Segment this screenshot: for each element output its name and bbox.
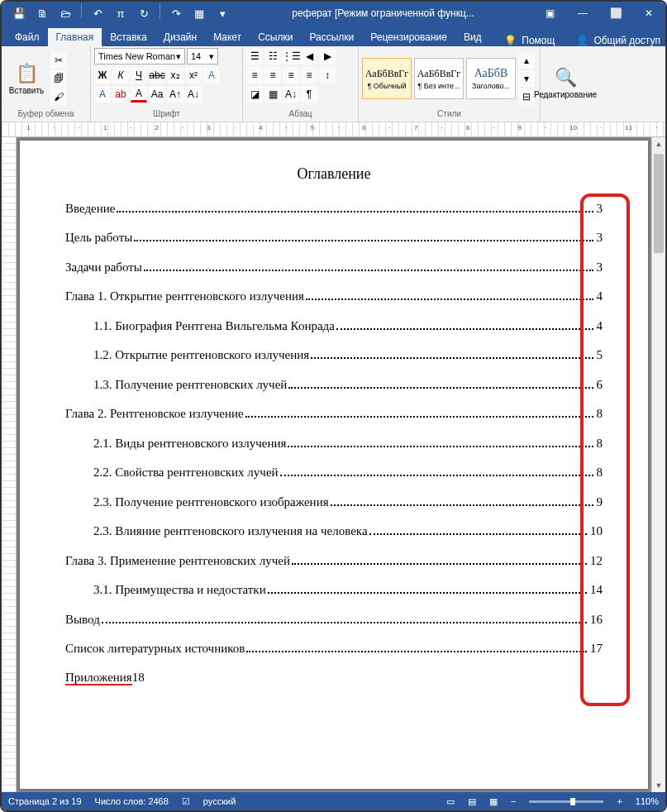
ribbon-options-icon[interactable]: ▣ xyxy=(533,2,566,25)
horizontal-ruler[interactable]: 1··1·2·3·4·5·6·7·8·9·10·11·12·13·14·15·1… xyxy=(2,122,665,137)
clear-format-icon[interactable]: A xyxy=(131,86,147,103)
underline-icon[interactable]: Ч xyxy=(131,67,147,84)
scroll-up-icon[interactable]: ▲ xyxy=(652,137,665,150)
scroll-thumb[interactable] xyxy=(654,154,664,253)
editing-button[interactable]: 🔍 Редактирование xyxy=(544,56,587,111)
decrease-indent-icon[interactable]: ◀ xyxy=(301,48,317,64)
highlight-icon[interactable]: A xyxy=(94,86,111,103)
maximize-icon[interactable]: ⬜ xyxy=(599,2,632,25)
font-size: 14 xyxy=(191,51,201,61)
text-effects-icon[interactable]: A xyxy=(203,67,220,84)
ruler-tick: · xyxy=(234,124,236,131)
tab-references[interactable]: Ссылки xyxy=(250,28,301,46)
document-viewport[interactable]: Оглавление Введение 3Цель работы 3Задачи… xyxy=(17,137,651,792)
toc-page: 12 xyxy=(588,554,603,568)
view-web-icon[interactable]: ▦ xyxy=(489,796,498,807)
tab-insert[interactable]: Вставка xyxy=(102,28,155,46)
status-language[interactable]: русский xyxy=(203,796,236,806)
view-print-icon[interactable]: ▤ xyxy=(468,796,476,807)
toc-entry: 2.2. Свойства рентгеновских лучей 8 xyxy=(65,466,603,480)
zoom-slider[interactable] xyxy=(529,800,603,803)
styles-more-icon[interactable]: ⊟ xyxy=(518,88,535,105)
status-page[interactable]: Страница 2 из 19 xyxy=(8,796,82,806)
style-preview: АаБбВвГг xyxy=(417,68,460,80)
toc-leader-dots xyxy=(246,642,587,653)
strike-icon[interactable]: abc xyxy=(149,67,165,84)
zoom-level[interactable]: 110% xyxy=(636,796,659,806)
view-read-icon[interactable]: ▭ xyxy=(446,796,455,807)
italic-icon[interactable]: К xyxy=(112,67,129,84)
ruler-tick: · xyxy=(337,124,339,131)
scroll-down-icon[interactable]: ▼ xyxy=(652,779,665,792)
status-words[interactable]: Число слов: 2468 xyxy=(95,796,169,806)
change-case-icon[interactable]: Aa xyxy=(149,86,165,103)
paste-button[interactable]: 📋 Вставить xyxy=(5,51,48,106)
bold-icon[interactable]: Ж xyxy=(94,67,111,84)
toc-text: 3.1. Преимущества и недостатки xyxy=(93,583,266,597)
toc-page: 8 xyxy=(595,466,603,480)
close-icon[interactable]: ✕ xyxy=(632,2,665,25)
toc-leader-dots xyxy=(134,231,593,242)
align-right-icon[interactable]: ≡ xyxy=(283,67,299,84)
grow-font-icon[interactable]: A↑ xyxy=(167,86,183,103)
font-selector[interactable]: Times New Roman▾ xyxy=(94,48,185,64)
shading-icon[interactable]: ◪ xyxy=(246,86,263,103)
redo-icon[interactable]: ↷ xyxy=(165,3,187,23)
toc-page-last: 18 xyxy=(132,671,145,684)
ruler-tick: 9 xyxy=(517,124,521,131)
font-color-icon[interactable]: ab xyxy=(112,86,129,103)
format-painter-icon[interactable]: 🖌 xyxy=(50,88,67,105)
group-editing: 🔍 Редактирование xyxy=(541,46,631,122)
tab-mailings[interactable]: Рассылки xyxy=(301,28,362,46)
undo-icon[interactable]: ↶ xyxy=(87,3,108,23)
pi-icon[interactable]: π xyxy=(110,3,131,23)
shrink-font-icon[interactable]: A↓ xyxy=(185,86,202,103)
toc-page: 10 xyxy=(588,524,603,538)
table-icon[interactable]: ▦ xyxy=(188,3,210,23)
proof-icon[interactable]: ☑ xyxy=(182,796,190,807)
numbering-icon[interactable]: ☷ xyxy=(264,48,281,64)
increase-indent-icon[interactable]: ▶ xyxy=(319,48,336,64)
vertical-ruler[interactable] xyxy=(2,137,17,792)
sup-icon[interactable]: x² xyxy=(185,67,202,84)
toc-leader-dots xyxy=(288,436,593,447)
align-center-icon[interactable]: ≡ xyxy=(264,67,281,84)
sort-icon[interactable]: A↓ xyxy=(283,86,299,103)
bullets-icon[interactable]: ☰ xyxy=(246,48,263,64)
tab-file[interactable]: Файл xyxy=(7,28,48,46)
open-icon[interactable]: 🗁 xyxy=(55,3,76,23)
repeat-icon[interactable]: ↻ xyxy=(133,3,155,23)
show-marks-icon[interactable]: ¶ xyxy=(301,86,317,103)
styles-down-icon[interactable]: ▾ xyxy=(518,70,535,87)
paste-icon: 📋 xyxy=(16,63,38,84)
toc-leader-dots xyxy=(288,377,593,389)
new-icon[interactable]: 🗎 xyxy=(31,3,53,23)
tab-view[interactable]: Вид xyxy=(455,28,490,46)
dropdown-icon[interactable]: ▾ xyxy=(212,3,233,23)
justify-icon[interactable]: ≡ xyxy=(301,67,317,84)
borders-icon[interactable]: ▦ xyxy=(264,86,281,103)
zoom-out-icon[interactable]: − xyxy=(511,796,516,806)
align-left-icon[interactable]: ≡ xyxy=(246,67,263,84)
zoom-in-icon[interactable]: + xyxy=(617,796,622,806)
share-button[interactable]: Общий доступ xyxy=(593,35,660,46)
style-nospacing[interactable]: АаБбВвГг ¶ Без инте... xyxy=(414,58,464,99)
minimize-icon[interactable]: — xyxy=(566,2,599,25)
font-size-selector[interactable]: 14▾ xyxy=(187,48,218,64)
cut-icon[interactable]: ✂ xyxy=(50,52,67,69)
sub-icon[interactable]: x₂ xyxy=(167,67,183,84)
copy-icon[interactable]: 🗐 xyxy=(50,70,67,87)
tab-review[interactable]: Рецензирование xyxy=(362,28,455,46)
tab-design[interactable]: Дизайн xyxy=(155,28,205,46)
styles-up-icon[interactable]: ▴ xyxy=(518,52,535,69)
tell-me[interactable]: Помощ xyxy=(522,35,555,46)
tab-layout[interactable]: Макет xyxy=(205,28,250,46)
toc-entry-last: Приложения18 xyxy=(65,671,603,685)
multilevel-icon[interactable]: ⋮☰ xyxy=(283,48,299,64)
vertical-scrollbar[interactable]: ▲ ▼ xyxy=(651,137,665,792)
style-normal[interactable]: АаБбВвГг ¶ Обычный xyxy=(362,58,412,99)
style-heading1[interactable]: АаБбВ Заголово... xyxy=(466,58,516,99)
save-icon[interactable]: 💾 xyxy=(8,3,30,23)
line-spacing-icon[interactable]: ↕ xyxy=(319,67,336,84)
tab-home[interactable]: Главная xyxy=(48,28,102,46)
